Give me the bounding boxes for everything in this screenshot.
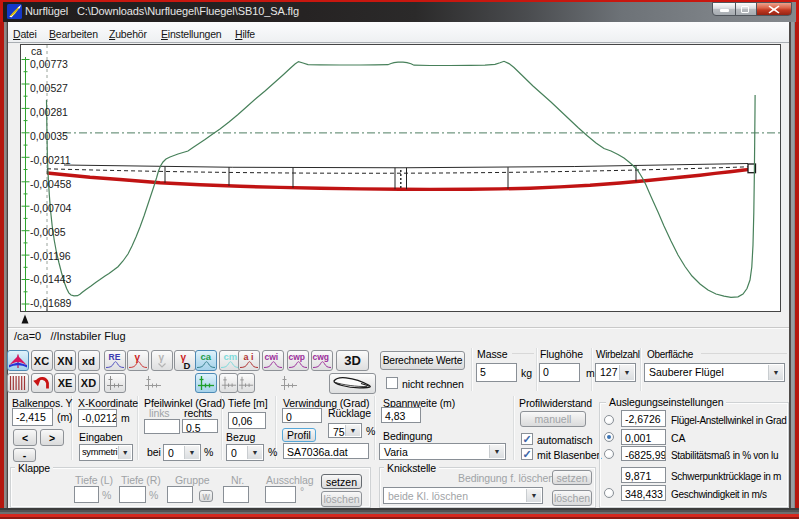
svg-text:γ: γ [135, 352, 141, 363]
svg-text:-0,0095: -0,0095 [30, 226, 66, 238]
svg-text:cwp: cwp [289, 352, 306, 362]
svg-text:γ: γ [158, 352, 164, 363]
svg-text:-0,00211: -0,00211 [30, 154, 71, 166]
svg-text:-0,01689: -0,01689 [30, 297, 72, 309]
svg-text:RE: RE [108, 352, 120, 362]
svg-text:D: D [184, 359, 191, 370]
svg-text:ca: ca [31, 45, 42, 57]
svg-text:cwg: cwg [313, 352, 330, 362]
svg-text:a i: a i [244, 352, 254, 362]
svg-text:cwi: cwi [265, 352, 279, 362]
svg-text:0,00281: 0,00281 [30, 106, 68, 118]
svg-text:-0,01196: -0,01196 [30, 250, 71, 262]
svg-text:ca: ca [201, 352, 212, 362]
svg-text:-0,00704: -0,00704 [30, 202, 72, 214]
svg-text:0,00773: 0,00773 [30, 58, 68, 70]
svg-text:0,00035: 0,00035 [30, 130, 68, 142]
svg-text:0,00527: 0,00527 [30, 82, 68, 94]
svg-text:cm: cm [223, 352, 237, 362]
svg-text:-0,00458: -0,00458 [30, 178, 72, 190]
svg-text:-0,01443: -0,01443 [30, 273, 72, 285]
